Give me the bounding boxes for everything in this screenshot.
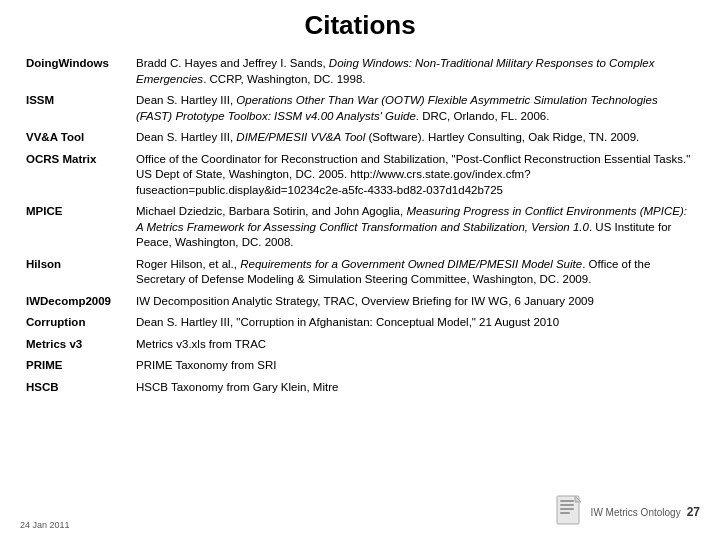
citation-key: ISSM bbox=[20, 90, 130, 127]
citation-key: Corruption bbox=[20, 312, 130, 334]
page-title: Citations bbox=[20, 10, 700, 41]
citation-text: Office of the Coordinator for Reconstruc… bbox=[130, 149, 700, 202]
table-row: MPICEMichael Dziedzic, Barbara Sotirin, … bbox=[20, 201, 700, 254]
table-row: HilsonRoger Hilson, et al., Requirements… bbox=[20, 254, 700, 291]
citation-text: Metrics v3.xls from TRAC bbox=[130, 334, 700, 356]
citation-key: OCRS Matrix bbox=[20, 149, 130, 202]
citation-text: Dean S. Hartley III, DIME/PMESII VV&A To… bbox=[130, 127, 700, 149]
table-row: DoingWindowsBradd C. Hayes and Jeffrey I… bbox=[20, 53, 700, 90]
page: Citations DoingWindowsBradd C. Hayes and… bbox=[0, 0, 720, 540]
citation-key: Metrics v3 bbox=[20, 334, 130, 356]
footer-right: IW Metrics Ontology 27 bbox=[555, 494, 700, 530]
citation-text: Bradd C. Hayes and Jeffrey I. Sands, Doi… bbox=[130, 53, 700, 90]
footer-label: IW Metrics Ontology bbox=[591, 507, 681, 518]
citation-text: IW Decomposition Analytic Strategy, TRAC… bbox=[130, 291, 700, 313]
citation-text: PRIME Taxonomy from SRI bbox=[130, 355, 700, 377]
table-row: ISSMDean S. Hartley III, Operations Othe… bbox=[20, 90, 700, 127]
table-row: IWDecomp2009IW Decomposition Analytic St… bbox=[20, 291, 700, 313]
table-row: Metrics v3Metrics v3.xls from TRAC bbox=[20, 334, 700, 356]
footer: 24 Jan 2011 IW Metrics Ontology 27 bbox=[20, 492, 700, 530]
svg-rect-1 bbox=[560, 500, 574, 502]
citation-key: VV&A Tool bbox=[20, 127, 130, 149]
doc-icon bbox=[555, 494, 585, 530]
citation-key: MPICE bbox=[20, 201, 130, 254]
table-row: HSCBHSCB Taxonomy from Gary Klein, Mitre bbox=[20, 377, 700, 399]
citation-key: DoingWindows bbox=[20, 53, 130, 90]
footer-date: 24 Jan 2011 bbox=[20, 520, 70, 530]
citation-text: Dean S. Hartley III, Operations Other Th… bbox=[130, 90, 700, 127]
citation-text: HSCB Taxonomy from Gary Klein, Mitre bbox=[130, 377, 700, 399]
citation-text: Dean S. Hartley III, "Corruption in Afgh… bbox=[130, 312, 700, 334]
svg-rect-3 bbox=[560, 508, 574, 510]
citation-key: PRIME bbox=[20, 355, 130, 377]
citation-key: Hilson bbox=[20, 254, 130, 291]
citation-key: IWDecomp2009 bbox=[20, 291, 130, 313]
table-row: CorruptionDean S. Hartley III, "Corrupti… bbox=[20, 312, 700, 334]
citation-key: HSCB bbox=[20, 377, 130, 399]
citation-text: Michael Dziedzic, Barbara Sotirin, and J… bbox=[130, 201, 700, 254]
footer-page: 27 bbox=[687, 505, 700, 519]
table-row: PRIMEPRIME Taxonomy from SRI bbox=[20, 355, 700, 377]
table-row: OCRS MatrixOffice of the Coordinator for… bbox=[20, 149, 700, 202]
citation-text: Roger Hilson, et al., Requirements for a… bbox=[130, 254, 700, 291]
svg-rect-2 bbox=[560, 504, 574, 506]
table-row: VV&A ToolDean S. Hartley III, DIME/PMESI… bbox=[20, 127, 700, 149]
citations-table: DoingWindowsBradd C. Hayes and Jeffrey I… bbox=[20, 53, 700, 398]
svg-rect-4 bbox=[560, 512, 570, 514]
